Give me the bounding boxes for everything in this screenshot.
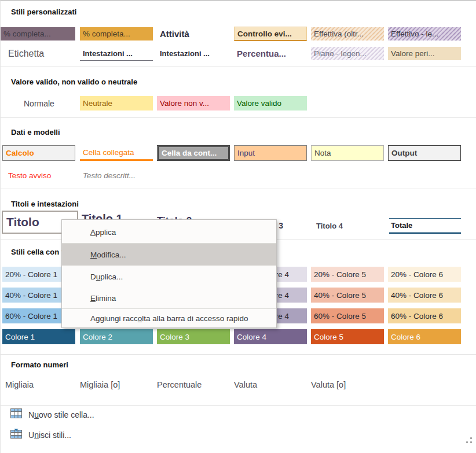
style-tile-colore-6[interactable]: Colore 6	[388, 329, 461, 344]
style-tile-neutrale[interactable]: Neutrale	[80, 96, 153, 111]
style-tile-valore-non-valido[interactable]: Valore non v...	[157, 96, 230, 111]
style-tile-output[interactable]: Output	[388, 145, 461, 161]
style-tile-60-colore-5[interactable]: 60% - Colore 5	[311, 308, 384, 323]
menu-item-elimina[interactable]: Elimina	[62, 288, 276, 308]
section-divider	[1, 405, 476, 406]
merge-styles-icon	[10, 429, 22, 441]
menu-item-modifica[interactable]: Modifica...	[62, 244, 276, 266]
style-tile-cella-collegata[interactable]: Cella collegata	[80, 145, 153, 161]
style-tile-pct-completamento-1[interactable]: % completa...	[1, 27, 75, 40]
style-tile-etichetta[interactable]: Etichetta	[5, 47, 78, 60]
style-tile-20-colore-5[interactable]: 20% - Colore 5	[311, 267, 384, 282]
style-tile-40-colore-5[interactable]: 40% - Colore 5	[311, 288, 384, 303]
style-tile-nota[interactable]: Nota	[311, 145, 384, 161]
style-tile-60-colore-6[interactable]: 60% - Colore 6	[388, 308, 461, 323]
cell-styles-gallery: Stili personalizzati % completa... % com…	[0, 0, 476, 453]
section-divider	[1, 189, 476, 189]
style-tile-testo-avviso[interactable]: Testo avviso	[5, 169, 78, 182]
style-tile-migliaia-0[interactable]: Migliaia [o]	[80, 380, 120, 389]
new-cell-style-button[interactable]: Nuovo stile cella...	[10, 408, 94, 421]
section-title-custom-styles: Stili personalizzati	[11, 8, 76, 16]
style-tile-pct-completamento-2[interactable]: % completa...	[80, 27, 153, 40]
style-tile-titolo-4[interactable]: Titolo 4	[316, 222, 343, 230]
style-tile-valuta[interactable]: Valuta	[234, 380, 257, 389]
style-tile-percentuale[interactable]: Percentuale	[157, 380, 202, 389]
merge-styles-label: Unisci stili...	[28, 430, 71, 440]
section-title-data-model: Dati e modelli	[11, 128, 60, 137]
style-tile-colore-4[interactable]: Colore 4	[234, 329, 307, 344]
style-tile-colore-5[interactable]: Colore 5	[311, 329, 384, 344]
new-cell-style-icon	[10, 408, 22, 421]
style-tile-piano-legenda[interactable]: Piano - legen...	[311, 47, 384, 60]
merge-styles-button[interactable]: Unisci stili...	[10, 429, 71, 441]
style-tile-colore-3[interactable]: Colore 3	[157, 329, 230, 344]
section-title-headings: Titoli e intestazioni	[11, 200, 79, 208]
section-divider	[1, 117, 476, 118]
section-divider	[1, 354, 476, 355]
style-tile-20-colore-6[interactable]: 20% - Colore 6	[388, 267, 461, 282]
style-tile-cella-da-controllare[interactable]: Cella da cont...	[157, 145, 230, 161]
context-menu: Applica Modifica... Duplica... Elimina A…	[61, 219, 277, 328]
style-tile-effettiva[interactable]: Effettiva (oltr...	[311, 27, 384, 40]
section-title-validity: Valore valido, non valido o neutrale	[11, 78, 137, 86]
style-tile-colore-2[interactable]: Colore 2	[80, 329, 153, 344]
style-tile-migliaia[interactable]: Migliaia	[5, 380, 34, 389]
style-tile-effettivo[interactable]: Effettivo - le...	[388, 27, 461, 40]
style-tile-valore-periodo[interactable]: Valore peri...	[388, 47, 461, 60]
style-tile-40-colore-6[interactable]: 40% - Colore 6	[388, 288, 461, 303]
style-tile-intestazioni-underline[interactable]: Intestazioni ...	[80, 46, 153, 61]
style-tile-calcolo[interactable]: Calcolo	[2, 145, 75, 161]
style-tile-input[interactable]: Input	[234, 145, 307, 161]
new-cell-style-label: Nuovo stile cella...	[28, 410, 94, 419]
style-tile-totale[interactable]: Totale	[389, 218, 461, 234]
style-tile-controllo[interactable]: Controllo evi...	[234, 27, 307, 41]
style-tile-attivita[interactable]: Attività	[157, 27, 230, 40]
resize-grip[interactable]	[465, 436, 474, 445]
menu-item-applica[interactable]: Applica	[62, 221, 276, 243]
style-tile-valore-valido[interactable]: Valore valido	[234, 96, 307, 111]
section-title-number-format: Formato numeri	[11, 360, 68, 369]
style-tile-colore-1[interactable]: Colore 1	[2, 329, 75, 344]
style-tile-valuta-0[interactable]: Valuta [o]	[311, 380, 346, 389]
menu-item-aggiungi-raccolta[interactable]: Aggiungi raccolta alla barra di accesso …	[62, 309, 276, 327]
gallery-top-notch	[55, 1, 78, 1]
style-tile-percentuale-custom[interactable]: Percentua...	[234, 47, 307, 60]
menu-item-duplica[interactable]: Duplica...	[62, 266, 276, 288]
section-divider	[1, 67, 476, 67]
style-tile-testo-descrittivo[interactable]: Testo descritt...	[80, 169, 153, 182]
style-tile-intestazioni[interactable]: Intestazioni ...	[157, 47, 230, 60]
